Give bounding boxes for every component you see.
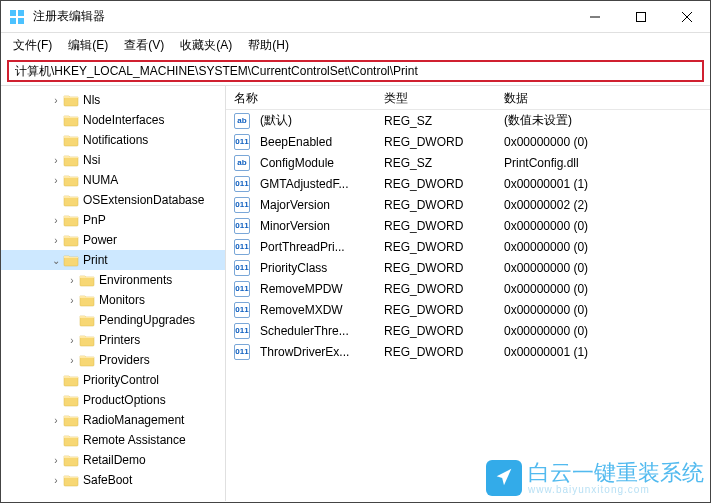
registry-tree[interactable]: ›NlsNodeInterfacesNotifications›Nsi›NUMA… (1, 86, 226, 501)
tree-node-nsi[interactable]: ›Nsi (1, 150, 225, 170)
folder-icon (63, 153, 79, 167)
tree-node-print[interactable]: ⌄Print (1, 250, 225, 270)
tree-label: RadioManagement (83, 413, 184, 427)
address-input[interactable]: 计算机\HKEY_LOCAL_MACHINE\SYSTEM\CurrentCon… (7, 60, 704, 82)
value-type: REG_DWORD (376, 345, 496, 359)
tree-node-prioritycontrol[interactable]: PriorityControl (1, 370, 225, 390)
value-row[interactable]: ab(默认)REG_SZ(数值未设置) (226, 110, 710, 131)
tree-label: Notifications (83, 133, 148, 147)
folder-icon (63, 193, 79, 207)
chevron-icon[interactable]: ⌄ (49, 255, 63, 266)
tree-node-nodeinterfaces[interactable]: NodeInterfaces (1, 110, 225, 130)
col-header-data[interactable]: 数据 (496, 86, 710, 109)
menu-help[interactable]: 帮助(H) (242, 35, 295, 56)
close-button[interactable] (664, 1, 710, 32)
menu-favorites[interactable]: 收藏夹(A) (174, 35, 238, 56)
value-row[interactable]: 011SchedulerThre...REG_DWORD0x00000000 (… (226, 320, 710, 341)
chevron-icon[interactable]: › (49, 415, 63, 426)
menu-view[interactable]: 查看(V) (118, 35, 170, 56)
window-controls (572, 1, 710, 32)
svg-rect-1 (18, 10, 24, 16)
col-header-type[interactable]: 类型 (376, 86, 496, 109)
app-icon (9, 9, 25, 25)
chevron-icon[interactable]: › (49, 215, 63, 226)
chevron-icon[interactable]: › (65, 295, 79, 306)
chevron-icon[interactable]: › (49, 95, 63, 106)
tree-label: Power (83, 233, 117, 247)
tree-node-remote-assistance[interactable]: Remote Assistance (1, 430, 225, 450)
tree-label: Nsi (83, 153, 100, 167)
svg-rect-3 (18, 18, 24, 24)
addressbar-container: 计算机\HKEY_LOCAL_MACHINE\SYSTEM\CurrentCon… (1, 57, 710, 85)
dword-value-icon: 011 (234, 176, 250, 192)
folder-icon (63, 173, 79, 187)
value-data: 0x00000000 (0) (496, 135, 710, 149)
tree-node-numa[interactable]: ›NUMA (1, 170, 225, 190)
value-name: BeepEnabled (252, 135, 376, 149)
watermark: 白云一键重装系统 www.baiyunxitong.com (486, 460, 704, 496)
tree-node-osextensiondatabase[interactable]: OSExtensionDatabase (1, 190, 225, 210)
chevron-icon[interactable]: › (49, 235, 63, 246)
value-row[interactable]: 011RemoveMPDWREG_DWORD0x00000000 (0) (226, 278, 710, 299)
col-header-name[interactable]: 名称 (226, 86, 376, 109)
chevron-icon[interactable]: › (49, 455, 63, 466)
tree-node-radiomanagement[interactable]: ›RadioManagement (1, 410, 225, 430)
value-type: REG_DWORD (376, 282, 496, 296)
values-list: 名称 类型 数据 ab(默认)REG_SZ(数值未设置)011BeepEnabl… (226, 86, 710, 501)
value-name: PriorityClass (252, 261, 376, 275)
tree-label: Nls (83, 93, 100, 107)
tree-node-printers[interactable]: ›Printers (1, 330, 225, 350)
tree-label: Environments (99, 273, 172, 287)
value-row[interactable]: 011RemoveMXDWREG_DWORD0x00000000 (0) (226, 299, 710, 320)
chevron-icon[interactable]: › (65, 355, 79, 366)
value-data: (数值未设置) (496, 112, 710, 129)
tree-node-notifications[interactable]: Notifications (1, 130, 225, 150)
tree-label: OSExtensionDatabase (83, 193, 204, 207)
dword-value-icon: 011 (234, 134, 250, 150)
tree-node-productoptions[interactable]: ProductOptions (1, 390, 225, 410)
tree-node-environments[interactable]: ›Environments (1, 270, 225, 290)
tree-node-safeboot[interactable]: ›SafeBoot (1, 470, 225, 490)
value-row[interactable]: 011GMTAdjustedF...REG_DWORD0x00000001 (1… (226, 173, 710, 194)
value-row[interactable]: 011MinorVersionREG_DWORD0x00000000 (0) (226, 215, 710, 236)
chevron-icon[interactable]: › (49, 175, 63, 186)
maximize-button[interactable] (618, 1, 664, 32)
tree-node-providers[interactable]: ›Providers (1, 350, 225, 370)
dword-value-icon: 011 (234, 197, 250, 213)
tree-label: Providers (99, 353, 150, 367)
tree-node-pendingupgrades[interactable]: PendingUpgrades (1, 310, 225, 330)
value-row[interactable]: 011PriorityClassREG_DWORD0x00000000 (0) (226, 257, 710, 278)
value-row[interactable]: 011PortThreadPri...REG_DWORD0x00000000 (… (226, 236, 710, 257)
value-name: (默认) (252, 112, 376, 129)
tree-label: PendingUpgrades (99, 313, 195, 327)
value-type: REG_DWORD (376, 303, 496, 317)
tree-label: SafeBoot (83, 473, 132, 487)
chevron-icon[interactable]: › (65, 275, 79, 286)
value-row[interactable]: 011BeepEnabledREG_DWORD0x00000000 (0) (226, 131, 710, 152)
titlebar: 注册表编辑器 (1, 1, 710, 33)
tree-node-pnp[interactable]: ›PnP (1, 210, 225, 230)
tree-label: PnP (83, 213, 106, 227)
chevron-icon[interactable]: › (49, 155, 63, 166)
chevron-icon[interactable]: › (49, 475, 63, 486)
chevron-icon[interactable]: › (65, 335, 79, 346)
minimize-button[interactable] (572, 1, 618, 32)
content-area: ›NlsNodeInterfacesNotifications›Nsi›NUMA… (1, 85, 710, 501)
tree-node-nls[interactable]: ›Nls (1, 90, 225, 110)
tree-node-power[interactable]: ›Power (1, 230, 225, 250)
dword-value-icon: 011 (234, 302, 250, 318)
value-row[interactable]: abConfigModuleREG_SZPrintConfig.dll (226, 152, 710, 173)
value-data: 0x00000000 (0) (496, 219, 710, 233)
tree-node-retaildemo[interactable]: ›RetailDemo (1, 450, 225, 470)
string-value-icon: ab (234, 113, 250, 129)
value-data: 0x00000001 (1) (496, 345, 710, 359)
folder-icon (63, 93, 79, 107)
tree-node-monitors[interactable]: ›Monitors (1, 290, 225, 310)
value-type: REG_SZ (376, 156, 496, 170)
tree-label: PriorityControl (83, 373, 159, 387)
menu-edit[interactable]: 编辑(E) (62, 35, 114, 56)
value-row[interactable]: 011MajorVersionREG_DWORD0x00000002 (2) (226, 194, 710, 215)
value-row[interactable]: 011ThrowDriverEx...REG_DWORD0x00000001 (… (226, 341, 710, 362)
watermark-brand: 白云一键重装系统 (528, 462, 704, 484)
menu-file[interactable]: 文件(F) (7, 35, 58, 56)
